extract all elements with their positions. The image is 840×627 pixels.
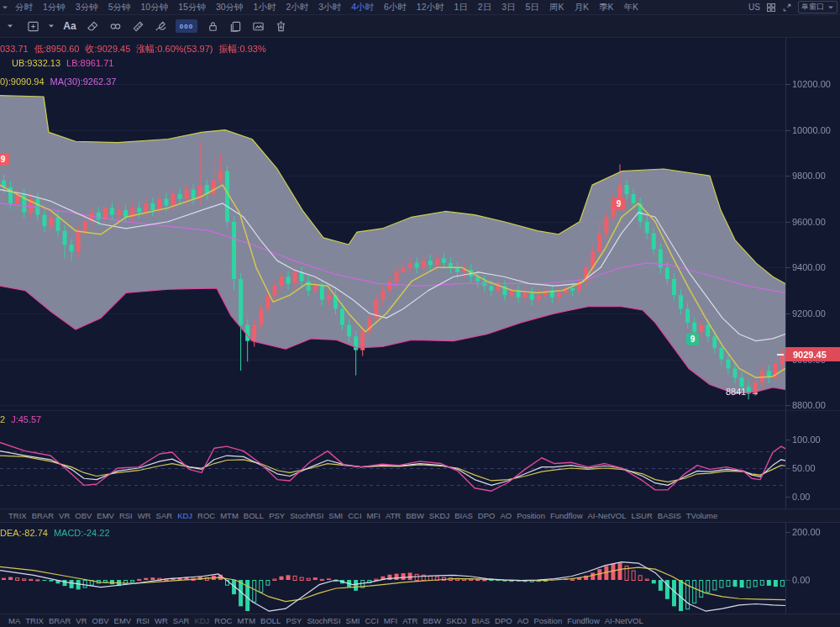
timeframe-1小时[interactable]: 1小时 — [254, 2, 276, 13]
tab-ATR[interactable]: ATR — [402, 616, 417, 625]
tab-SMI[interactable]: SMI — [328, 511, 343, 520]
tab-OBV[interactable]: OBV — [75, 511, 92, 520]
tab-BRAR[interactable]: BRAR — [49, 616, 71, 625]
main-chart-canvas[interactable] — [0, 38, 840, 410]
timeframe-年K[interactable]: 年K — [623, 2, 638, 13]
tab-BBW[interactable]: BBW — [423, 616, 441, 625]
tab-Position[interactable]: Position — [533, 616, 562, 625]
axis-tick-label: 9400.00 — [792, 261, 826, 273]
kdj-canvas[interactable] — [0, 411, 840, 508]
text-tool-icon[interactable]: Aa — [62, 18, 77, 34]
tab-TRIX[interactable]: TRIX — [25, 616, 44, 625]
window-mode-button[interactable]: 单窗口 — [798, 1, 837, 13]
tab-TVolume[interactable]: TVolume — [686, 511, 718, 520]
tab-MFI[interactable]: MFI — [384, 616, 397, 625]
timeframe-分时[interactable]: 分时 — [15, 2, 33, 13]
tab-SAR[interactable]: SAR — [156, 511, 173, 520]
timeframe-5日[interactable]: 5日 — [526, 2, 539, 13]
timeframe-季K[interactable]: 季K — [599, 2, 614, 13]
timeframe-2日[interactable]: 2日 — [478, 2, 491, 13]
tab-RSI[interactable]: RSI — [136, 616, 150, 625]
timeframe-4小时[interactable]: 4小时 — [351, 2, 374, 13]
tab-ATR[interactable]: ATR — [386, 511, 401, 520]
tab-AO[interactable]: AO — [500, 511, 512, 520]
timeframe-月K[interactable]: 月K — [574, 2, 589, 13]
tab-EMV[interactable]: EMV — [97, 511, 114, 520]
tab-KDJ[interactable]: KDJ — [177, 511, 192, 520]
tab-OBV[interactable]: OBV — [92, 616, 109, 625]
trash-icon[interactable] — [273, 18, 288, 34]
tab-AI-NetVOL[interactable]: AI-NetVOL — [605, 616, 643, 625]
tab-BIAS[interactable]: BIAS — [454, 511, 473, 520]
timeframe-3小时[interactable]: 3小时 — [318, 2, 341, 13]
tab-CCI[interactable]: CCI — [365, 616, 378, 625]
ruler-icon[interactable] — [130, 18, 145, 34]
pencil-icon[interactable] — [153, 18, 168, 34]
tab-ROC[interactable]: ROC — [214, 616, 232, 625]
tab-Position[interactable]: Position — [517, 511, 545, 520]
tab-BRAR[interactable]: BRAR — [32, 511, 54, 520]
eraser-icon[interactable] — [85, 18, 100, 34]
timeframe-menu-caret-icon[interactable] — [2, 4, 8, 11]
tab-BBW[interactable]: BBW — [406, 511, 424, 520]
ohlc-toggle-icon[interactable]: 000 — [176, 19, 197, 33]
tab-PSY[interactable]: PSY — [269, 511, 285, 520]
tab-CCI[interactable]: CCI — [348, 511, 361, 520]
timeframe-1分钟[interactable]: 1分钟 — [43, 2, 66, 13]
timeframe-10分钟[interactable]: 10分钟 — [141, 2, 169, 13]
tab-MA[interactable]: MA — [8, 616, 20, 625]
caret-down-icon[interactable] — [3, 18, 18, 34]
timeframe-12小时[interactable]: 12小时 — [417, 2, 444, 13]
timeframe-6小时[interactable]: 6小时 — [384, 2, 407, 13]
timeframe-周K[interactable]: 周K — [549, 2, 564, 13]
timeframe-3分钟[interactable]: 3分钟 — [76, 2, 98, 13]
timeframe-5分钟[interactable]: 5分钟 — [108, 2, 131, 13]
timeframe-2小时[interactable]: 2小时 — [286, 2, 308, 13]
tab-LSUR[interactable]: LSUR — [631, 511, 652, 520]
tab-SMI[interactable]: SMI — [346, 616, 360, 625]
tab-ROC[interactable]: ROC — [197, 511, 215, 520]
grid-layout-icon[interactable] — [766, 3, 776, 13]
value-token: 振幅:0.93% — [218, 44, 265, 54]
tab-DPO[interactable]: DPO — [478, 511, 496, 520]
expand-icon[interactable] — [782, 3, 792, 13]
tab-BIAS[interactable]: BIAS — [471, 616, 490, 625]
timeframe-3日[interactable]: 3日 — [501, 2, 515, 13]
tab-KDJ[interactable]: KDJ — [194, 616, 209, 625]
macd-canvas[interactable] — [0, 523, 840, 614]
tab-AI-NetVOL[interactable]: AI-NetVOL — [588, 511, 627, 520]
magnet-icon[interactable] — [108, 18, 123, 34]
tab-WR[interactable]: WR — [138, 511, 151, 520]
tab-BASIS[interactable]: BASIS — [658, 511, 681, 520]
tab-Fundflow[interactable]: Fundflow — [567, 616, 600, 625]
tab-VR[interactable]: VR — [59, 511, 70, 520]
tab-WR[interactable]: WR — [155, 616, 168, 625]
tab-TRIX[interactable]: TRIX — [8, 511, 27, 520]
caret-down-icon[interactable] — [48, 18, 55, 34]
tab-MTM[interactable]: MTM — [220, 511, 239, 520]
tab-StochRSI[interactable]: StochRSI — [307, 616, 340, 625]
tab-SAR[interactable]: SAR — [173, 616, 190, 625]
tab-EMV[interactable]: EMV — [114, 616, 132, 625]
timeframe-30分钟[interactable]: 30分钟 — [216, 2, 244, 13]
copy-icon[interactable] — [228, 18, 243, 34]
tab-StochRSI[interactable]: StochRSI — [290, 511, 323, 520]
tab-VR[interactable]: VR — [76, 616, 87, 625]
tab-Fundflow[interactable]: Fundflow — [550, 511, 583, 520]
tab-SKDJ[interactable]: SKDJ — [446, 616, 466, 625]
tab-BOLL[interactable]: BOLL — [260, 616, 281, 625]
macd-value-label: DEA:-82.74MACD:-24.22 — [0, 528, 116, 538]
tab-SKDJ[interactable]: SKDJ — [429, 511, 449, 520]
tab-BOLL[interactable]: BOLL — [244, 511, 264, 520]
timeframe-1日[interactable]: 1日 — [454, 2, 468, 13]
tab-AO[interactable]: AO — [517, 616, 529, 625]
tab-DPO[interactable]: DPO — [495, 616, 512, 625]
pane-add-icon[interactable] — [25, 18, 40, 34]
tab-RSI[interactable]: RSI — [119, 511, 133, 520]
tab-MFI[interactable]: MFI — [367, 511, 381, 520]
lock-icon[interactable] — [205, 18, 220, 34]
timeframe-15分钟[interactable]: 15分钟 — [178, 2, 206, 13]
tab-PSY[interactable]: PSY — [286, 616, 302, 625]
snapshot-icon[interactable] — [250, 18, 265, 34]
tab-MTM[interactable]: MTM — [237, 616, 255, 625]
